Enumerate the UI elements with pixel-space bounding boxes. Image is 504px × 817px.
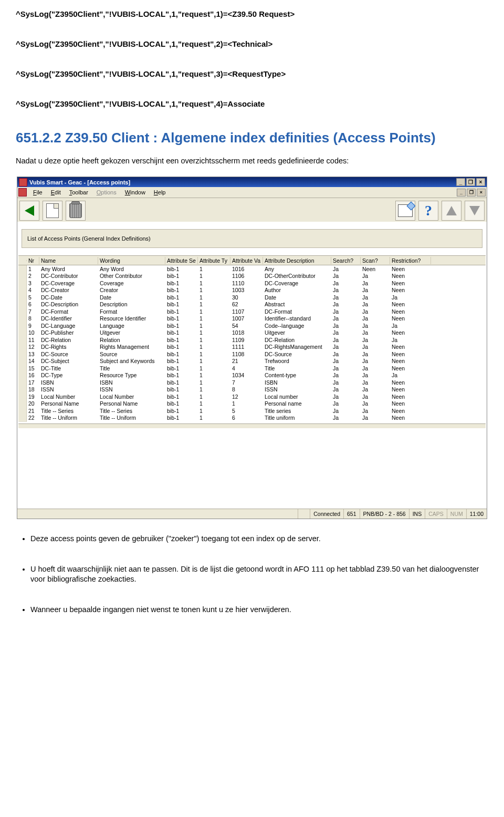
move-up-button[interactable] — [442, 201, 461, 221]
menu-window[interactable]: Window — [121, 188, 150, 197]
row-header[interactable] — [18, 315, 27, 323]
cell: Neen — [390, 400, 431, 407]
row-header[interactable] — [18, 407, 27, 415]
table-row[interactable]: 13DC-SourceSourcebib-111108DC-SourceJaJa… — [18, 350, 486, 358]
col-wording[interactable]: Wording — [98, 257, 165, 264]
row-header[interactable] — [18, 365, 27, 373]
table-row[interactable]: 16DC-TypeResource Typebib-111034Content-… — [18, 372, 486, 379]
cell: ISBN — [39, 379, 98, 386]
row-header[interactable] — [18, 265, 27, 273]
table-row[interactable]: 19Local NumberLocal Numberbib-1112Local … — [18, 393, 486, 400]
row-header[interactable] — [18, 393, 27, 401]
cell: Neen — [390, 408, 431, 414]
cell: 1106 — [230, 273, 263, 279]
col-attrtype[interactable]: Attribute Ty — [198, 257, 230, 264]
maximize-button[interactable]: ❐ — [466, 178, 475, 186]
cell: Neen — [390, 287, 431, 293]
table-row[interactable]: 2DC-ContributorOther Contributorbib-1111… — [18, 273, 486, 280]
table-row[interactable]: 17ISBNISBNbib-117ISBNJaJaNeen — [18, 379, 486, 386]
cell: DC-Creator — [39, 287, 98, 293]
cell: 15 — [27, 365, 39, 371]
table-row[interactable]: 5DC-DateDatebib-1130DateJaJaJa — [18, 294, 486, 301]
row-header[interactable] — [18, 301, 27, 308]
row-header[interactable] — [18, 371, 27, 379]
cell: Ja — [361, 315, 390, 322]
new-button[interactable] — [43, 201, 62, 221]
minimize-button[interactable]: _ — [456, 178, 465, 186]
table-row[interactable]: 8DC-IdentifierResource Identifierbib-111… — [18, 315, 486, 323]
col-search[interactable]: Search? — [331, 257, 361, 264]
cell: 3 — [27, 280, 39, 286]
cell: Neen — [390, 351, 431, 357]
table-row[interactable]: 3DC-CoverageCoveragebib-111110DC-Coverag… — [18, 280, 486, 287]
mdi-minimize-button[interactable]: _ — [457, 189, 466, 197]
cell: DC-Type — [39, 372, 98, 378]
cell: Ja — [361, 280, 390, 286]
menu-file[interactable]: File — [29, 188, 47, 197]
title-bar: Vubis Smart - Geac - [Access points] _ ❐… — [17, 177, 487, 187]
row-header[interactable] — [18, 414, 27, 422]
row-header[interactable] — [18, 272, 27, 280]
cell: Author — [263, 287, 331, 293]
cell: Ja — [361, 344, 390, 350]
col-restriction[interactable]: Restriction? — [390, 257, 431, 264]
table-row[interactable]: 11DC-RelationRelationbib-111109DC-Relati… — [18, 336, 486, 344]
table-row[interactable]: 1Any WordAny Wordbib-111016AnyJaNeenNeen — [18, 265, 486, 273]
col-scan[interactable]: Scan? — [361, 257, 390, 264]
table-row[interactable]: 20Personal NamePersonal Namebib-111Perso… — [18, 400, 486, 408]
wizard-button[interactable] — [395, 201, 415, 221]
row-header[interactable] — [18, 280, 27, 287]
row-header[interactable] — [18, 294, 27, 302]
menu-toolbar[interactable]: Toolbar — [65, 188, 92, 197]
row-header[interactable] — [18, 329, 27, 337]
row-header[interactable] — [18, 386, 27, 394]
row-header[interactable] — [18, 343, 27, 351]
cell: Ja — [331, 308, 361, 315]
menu-options[interactable]: Options — [92, 188, 121, 197]
table-row[interactable]: 4DC-CreatorCreatorbib-111003AuthorJaJaNe… — [18, 287, 486, 294]
row-header[interactable] — [18, 350, 27, 358]
table-row[interactable]: 12DC-RightsRights Managementbib-111111DC… — [18, 344, 486, 351]
row-header[interactable] — [18, 400, 27, 408]
menu-help[interactable]: Help — [150, 188, 170, 197]
cell: Title -- Uniform — [39, 415, 98, 421]
row-header[interactable] — [18, 336, 27, 344]
table-row[interactable]: 22Title -- UniformTitle -- Uniformbib-11… — [18, 415, 486, 422]
table-row[interactable]: 6DC-DescriptionDescriptionbib-1162Abstra… — [18, 301, 486, 308]
col-attrdesc[interactable]: Attribute Description — [263, 257, 331, 264]
row-header[interactable] — [18, 357, 27, 365]
status-num: NUM — [447, 509, 466, 519]
cell: Uitgever — [98, 329, 165, 336]
table-row[interactable]: 14DC-SubjectSubject and Keywordsbib-1121… — [18, 358, 486, 365]
col-attrval[interactable]: Attribute Va — [230, 257, 263, 264]
col-nr[interactable]: Nr — [27, 257, 39, 264]
cell: Any Word — [98, 266, 165, 272]
delete-button[interactable] — [66, 201, 86, 221]
mdi-restore-button[interactable]: ❐ — [467, 189, 476, 197]
table-row[interactable]: 10DC-PublisherUitgeverbib-111018Uitgever… — [18, 329, 486, 337]
cell: 1 — [198, 372, 230, 378]
cell: Title — [98, 365, 165, 371]
table-row[interactable]: 21Title -- SeriesTitle -- Seriesbib-115T… — [18, 407, 486, 415]
back-button[interactable] — [19, 201, 39, 221]
table-row[interactable]: 18ISSNISSNbib-118ISSNJaJaNeen — [18, 386, 486, 394]
table-row[interactable]: 9DC-LanguageLanguagebib-1154Code--langua… — [18, 322, 486, 329]
row-header[interactable] — [18, 322, 27, 330]
cell: 1108 — [230, 351, 263, 357]
row-header[interactable] — [18, 286, 27, 294]
close-button[interactable]: × — [476, 178, 485, 186]
data-grid[interactable]: Nr Name Wording Attribute Se Attribute T… — [18, 255, 486, 504]
move-down-button[interactable] — [465, 201, 485, 221]
help-button[interactable]: ? — [418, 201, 438, 221]
mdi-close-button[interactable]: × — [477, 189, 486, 197]
col-attrset[interactable]: Attribute Se — [165, 257, 198, 264]
col-name[interactable]: Name — [39, 257, 98, 264]
row-header[interactable] — [18, 308, 27, 316]
row-header[interactable] — [18, 379, 27, 387]
menu-edit[interactable]: Edit — [47, 188, 65, 197]
table-row[interactable]: 15DC-TitleTitlebib-114TitleJaJaNeen — [18, 365, 486, 372]
cell: DC-Relation — [39, 337, 98, 343]
cell: ISSN — [39, 386, 98, 392]
table-row[interactable]: 7DC-FormatFormatbib-111107DC-FormatJaJaN… — [18, 308, 486, 315]
cell: bib-1 — [165, 379, 198, 386]
